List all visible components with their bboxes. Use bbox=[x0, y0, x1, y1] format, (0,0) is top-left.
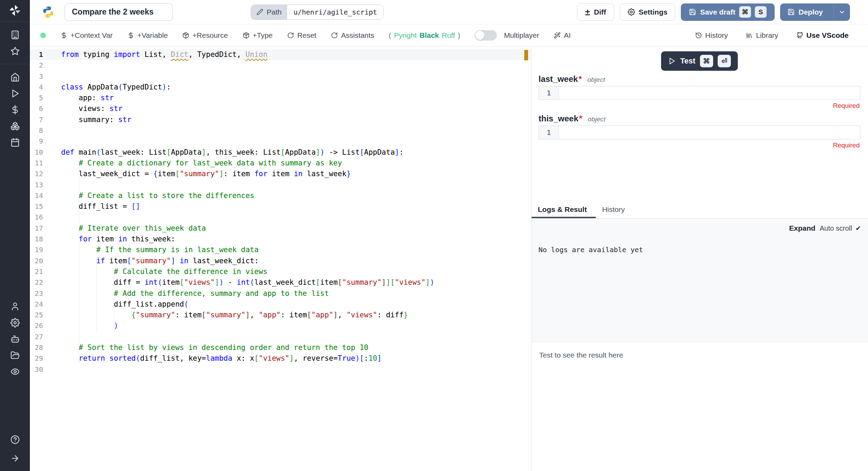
play-icon bbox=[668, 57, 676, 65]
dollar-icon bbox=[10, 105, 20, 114]
diff-button[interactable]: ± Diff bbox=[577, 3, 614, 21]
sidebar-item-workspace[interactable] bbox=[7, 27, 23, 43]
code-line[interactable]: 12 last_week_dict = {item["summary"]: it… bbox=[30, 169, 531, 179]
code-line[interactable]: 3 bbox=[30, 71, 531, 82]
multiplayer-toggle[interactable] bbox=[475, 30, 497, 41]
code-line[interactable]: 20 if item["summary"] in last_week_dict: bbox=[30, 256, 531, 266]
code-line[interactable]: 13 bbox=[30, 180, 531, 190]
line-number: 19 bbox=[30, 245, 43, 255]
code-line[interactable]: 18 for item in this_week: bbox=[30, 234, 531, 245]
this-week-json-input[interactable]: 1 bbox=[539, 126, 860, 139]
history-button[interactable]: History bbox=[695, 31, 728, 40]
windmill-logo-icon[interactable] bbox=[0, 0, 30, 21]
code-line[interactable]: 23 # Add the difference, summary and app… bbox=[30, 288, 531, 299]
pencil-icon bbox=[257, 9, 263, 15]
code-line[interactable]: 26 ) bbox=[30, 320, 531, 331]
code-line[interactable]: 21 # Calculate the difference in views bbox=[30, 266, 531, 277]
code-line[interactable]: 16 bbox=[30, 212, 531, 223]
sidebar-item-favorites[interactable] bbox=[7, 43, 23, 59]
code-line[interactable]: 14 # Create a list to store the differen… bbox=[30, 190, 531, 201]
add-variable-button[interactable]: +Variable bbox=[127, 31, 168, 40]
boxes-icon bbox=[10, 121, 20, 131]
add-resource-button[interactable]: +Resource bbox=[182, 31, 228, 40]
logs-empty-message: No logs are available yet bbox=[539, 246, 861, 254]
sidebar-item-audit-logs[interactable] bbox=[7, 363, 23, 379]
use-vscode-button[interactable]: Use VScode bbox=[796, 31, 849, 40]
code-line[interactable]: 7 summary: str bbox=[30, 114, 531, 125]
path-value: u/henri/agile_script bbox=[287, 5, 383, 19]
code-lines: 1from typing import List, Dict, TypedDic… bbox=[30, 49, 531, 375]
code-line[interactable]: 4class AppData(TypedDict): bbox=[30, 82, 531, 93]
settings-button[interactable]: Settings bbox=[620, 3, 676, 21]
last-week-json-input[interactable]: 1 bbox=[539, 86, 860, 100]
line-number: 26 bbox=[30, 320, 43, 331]
ai-button[interactable]: AI bbox=[554, 31, 571, 40]
sidebar-expand-button[interactable] bbox=[7, 450, 23, 466]
expand-button[interactable]: Expand bbox=[789, 224, 816, 232]
code-line[interactable]: 8 bbox=[30, 125, 531, 136]
sidebar-item-folders[interactable] bbox=[7, 347, 23, 363]
code-line[interactable]: 1from typing import List, Dict, TypedDic… bbox=[30, 49, 531, 60]
rotate-cw-icon bbox=[287, 32, 294, 39]
deploy-dropdown[interactable] bbox=[834, 4, 850, 20]
logs-area: Expand Auto scroll ✔ No logs are availab… bbox=[532, 219, 868, 342]
deploy-button[interactable]: Deploy bbox=[780, 3, 850, 21]
argument-block: last_week* object 1 Required bbox=[539, 74, 860, 110]
assistants-status[interactable]: (Pyright Black Ruff) bbox=[389, 31, 460, 40]
sidebar-item-variables[interactable] bbox=[7, 102, 23, 118]
code-line[interactable]: 11 # Create a dictionary for last_week d… bbox=[30, 158, 531, 169]
editor-toolbar: +Context Var +Variable +Resource +Type R… bbox=[30, 24, 868, 46]
code-editor[interactable]: 1from typing import List, Dict, TypedDic… bbox=[30, 46, 531, 471]
code-line[interactable]: 24 diff_list.append( bbox=[30, 299, 531, 310]
cmd-key-badge: ⌘ bbox=[700, 55, 713, 67]
topbar: Compare the 2 weeks Path u/henri/agile_s… bbox=[30, 0, 868, 24]
python-icon bbox=[42, 6, 55, 19]
help-circle-icon bbox=[10, 435, 20, 444]
assistants-button[interactable]: Assistants bbox=[331, 31, 374, 40]
sidebar-item-workers[interactable] bbox=[7, 331, 23, 347]
tab-logs-result[interactable]: Logs & Result bbox=[532, 200, 596, 218]
code-line[interactable]: 17 # Iterate over this_week data bbox=[30, 223, 531, 234]
code-line[interactable]: 9 bbox=[30, 136, 531, 147]
sidebar-item-settings[interactable] bbox=[7, 315, 23, 331]
code-line[interactable]: 19 # If the summary is in last_week data bbox=[30, 245, 531, 255]
reset-button[interactable]: Reset bbox=[287, 31, 316, 40]
line-number: 11 bbox=[30, 158, 43, 169]
required-star: * bbox=[578, 74, 582, 84]
library-icon bbox=[746, 32, 753, 39]
sidebar-item-help[interactable] bbox=[7, 431, 23, 447]
chevron-down-icon bbox=[838, 9, 845, 16]
code-line[interactable]: 30 bbox=[30, 364, 531, 375]
sidebar bbox=[0, 0, 30, 471]
required-hint: Required bbox=[539, 142, 860, 149]
library-button[interactable]: Library bbox=[746, 31, 778, 40]
code-line[interactable]: 5 app: str bbox=[30, 93, 531, 103]
logs-tabs: Logs & Result History bbox=[532, 200, 868, 219]
sidebar-item-schedules[interactable] bbox=[7, 134, 23, 150]
path-editor[interactable]: Path u/henri/agile_script bbox=[251, 5, 384, 20]
code-line[interactable]: 6 views: str bbox=[30, 103, 531, 114]
code-line[interactable]: 10def main(last_week: List[AppData], thi… bbox=[30, 147, 531, 158]
sidebar-item-resources[interactable] bbox=[7, 118, 23, 134]
assistant-pyright: Pyright bbox=[394, 31, 417, 40]
add-type-button[interactable]: +Type bbox=[243, 31, 273, 40]
code-line[interactable]: 27 bbox=[30, 332, 531, 342]
line-number: 1 bbox=[30, 49, 43, 60]
code-line[interactable]: 22 diff = int(item["views"]) - int(last_… bbox=[30, 277, 531, 288]
sidebar-item-users[interactable] bbox=[7, 298, 23, 314]
test-button[interactable]: Test ⌘ ⏎ bbox=[661, 51, 738, 71]
dollar-icon bbox=[60, 32, 67, 39]
tab-history[interactable]: History bbox=[596, 200, 634, 218]
save-draft-button[interactable]: Save draft ⌘ S bbox=[681, 3, 775, 21]
sidebar-item-runs[interactable] bbox=[7, 85, 23, 101]
sidebar-item-home[interactable] bbox=[7, 69, 23, 85]
add-context-var-button[interactable]: +Context Var bbox=[60, 31, 113, 40]
code-line[interactable]: 25 {"summary": item["summary"], "app": i… bbox=[30, 310, 531, 320]
auto-scroll-toggle[interactable]: Auto scroll ✔ bbox=[820, 224, 861, 232]
code-line[interactable]: 2 bbox=[30, 60, 531, 71]
line-number: 8 bbox=[30, 125, 43, 136]
code-line[interactable]: 15 diff_list = [] bbox=[30, 201, 531, 212]
code-line[interactable]: 28 # Sort the list by views in descendin… bbox=[30, 342, 531, 353]
code-line[interactable]: 29 return sorted(diff_list, key=lambda x… bbox=[30, 353, 531, 364]
script-title-input[interactable]: Compare the 2 weeks bbox=[65, 3, 173, 21]
